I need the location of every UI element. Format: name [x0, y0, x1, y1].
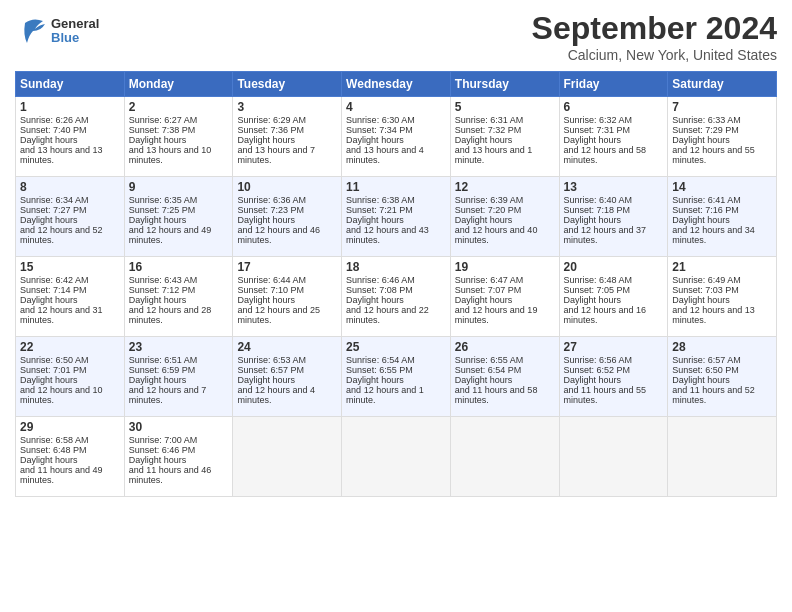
- daylight-label: Daylight hours: [346, 295, 404, 305]
- empty-cell: [233, 417, 342, 497]
- day-cell: 23 Sunrise: 6:51 AM Sunset: 6:59 PM Dayl…: [124, 337, 233, 417]
- sunrise-label: Sunrise: 6:43 AM: [129, 275, 198, 285]
- sunrise-label: Sunrise: 7:00 AM: [129, 435, 198, 445]
- daylight-value: and 11 hours and 55 minutes.: [564, 385, 647, 405]
- day-number: 26: [455, 340, 555, 354]
- daylight-label: Daylight hours: [129, 135, 187, 145]
- sunrise-label: Sunrise: 6:50 AM: [20, 355, 89, 365]
- daylight-label: Daylight hours: [455, 295, 513, 305]
- day-cell: 7 Sunrise: 6:33 AM Sunset: 7:29 PM Dayli…: [668, 97, 777, 177]
- sunset-label: Sunset: 7:36 PM: [237, 125, 304, 135]
- sunrise-label: Sunrise: 6:32 AM: [564, 115, 633, 125]
- sunrise-label: Sunrise: 6:29 AM: [237, 115, 306, 125]
- day-cell: 24 Sunrise: 6:53 AM Sunset: 6:57 PM Dayl…: [233, 337, 342, 417]
- sunset-label: Sunset: 7:34 PM: [346, 125, 413, 135]
- sunrise-label: Sunrise: 6:55 AM: [455, 355, 524, 365]
- sunset-label: Sunset: 7:23 PM: [237, 205, 304, 215]
- day-number: 14: [672, 180, 772, 194]
- page-container: General Blue September 2024 Calcium, New…: [0, 0, 792, 502]
- empty-cell: [342, 417, 451, 497]
- day-cell: 27 Sunrise: 6:56 AM Sunset: 6:52 PM Dayl…: [559, 337, 668, 417]
- day-number: 1: [20, 100, 120, 114]
- sunset-label: Sunset: 6:46 PM: [129, 445, 196, 455]
- day-number: 11: [346, 180, 446, 194]
- daylight-label: Daylight hours: [237, 135, 295, 145]
- daylight-value: and 12 hours and 4 minutes.: [237, 385, 315, 405]
- sunset-label: Sunset: 6:48 PM: [20, 445, 87, 455]
- day-number: 17: [237, 260, 337, 274]
- day-cell: 3 Sunrise: 6:29 AM Sunset: 7:36 PM Dayli…: [233, 97, 342, 177]
- day-cell: 15 Sunrise: 6:42 AM Sunset: 7:14 PM Dayl…: [16, 257, 125, 337]
- daylight-value: and 12 hours and 13 minutes.: [672, 305, 755, 325]
- calendar-table: Sunday Monday Tuesday Wednesday Thursday…: [15, 71, 777, 497]
- daylight-label: Daylight hours: [346, 215, 404, 225]
- sunset-label: Sunset: 7:40 PM: [20, 125, 87, 135]
- day-number: 3: [237, 100, 337, 114]
- daylight-label: Daylight hours: [455, 375, 513, 385]
- day-cell: 5 Sunrise: 6:31 AM Sunset: 7:32 PM Dayli…: [450, 97, 559, 177]
- sunrise-label: Sunrise: 6:48 AM: [564, 275, 633, 285]
- sunset-label: Sunset: 7:07 PM: [455, 285, 522, 295]
- sunset-label: Sunset: 7:20 PM: [455, 205, 522, 215]
- day-cell: 10 Sunrise: 6:36 AM Sunset: 7:23 PM Dayl…: [233, 177, 342, 257]
- title-area: September 2024 Calcium, New York, United…: [532, 10, 777, 63]
- day-cell: 4 Sunrise: 6:30 AM Sunset: 7:34 PM Dayli…: [342, 97, 451, 177]
- daylight-value: and 13 hours and 4 minutes.: [346, 145, 424, 165]
- day-cell: 28 Sunrise: 6:57 AM Sunset: 6:50 PM Dayl…: [668, 337, 777, 417]
- sunset-label: Sunset: 7:01 PM: [20, 365, 87, 375]
- sunset-label: Sunset: 7:29 PM: [672, 125, 739, 135]
- sunrise-label: Sunrise: 6:26 AM: [20, 115, 89, 125]
- day-number: 20: [564, 260, 664, 274]
- table-row: 15 Sunrise: 6:42 AM Sunset: 7:14 PM Dayl…: [16, 257, 777, 337]
- sunrise-label: Sunrise: 6:41 AM: [672, 195, 741, 205]
- day-cell: 8 Sunrise: 6:34 AM Sunset: 7:27 PM Dayli…: [16, 177, 125, 257]
- day-number: 21: [672, 260, 772, 274]
- day-number: 16: [129, 260, 229, 274]
- daylight-label: Daylight hours: [237, 215, 295, 225]
- day-number: 23: [129, 340, 229, 354]
- sunrise-label: Sunrise: 6:36 AM: [237, 195, 306, 205]
- day-number: 27: [564, 340, 664, 354]
- daylight-value: and 12 hours and 19 minutes.: [455, 305, 538, 325]
- daylight-label: Daylight hours: [20, 295, 78, 305]
- daylight-label: Daylight hours: [672, 135, 730, 145]
- day-cell: 18 Sunrise: 6:46 AM Sunset: 7:08 PM Dayl…: [342, 257, 451, 337]
- daylight-value: and 12 hours and 40 minutes.: [455, 225, 538, 245]
- daylight-value: and 12 hours and 37 minutes.: [564, 225, 647, 245]
- sunset-label: Sunset: 6:57 PM: [237, 365, 304, 375]
- header: General Blue September 2024 Calcium, New…: [15, 10, 777, 63]
- daylight-value: and 11 hours and 58 minutes.: [455, 385, 538, 405]
- daylight-value: and 12 hours and 43 minutes.: [346, 225, 429, 245]
- day-number: 30: [129, 420, 229, 434]
- daylight-value: and 12 hours and 58 minutes.: [564, 145, 647, 165]
- sunset-label: Sunset: 7:10 PM: [237, 285, 304, 295]
- table-row: 29 Sunrise: 6:58 AM Sunset: 6:48 PM Dayl…: [16, 417, 777, 497]
- daylight-value: and 12 hours and 25 minutes.: [237, 305, 320, 325]
- calendar-body: 1 Sunrise: 6:26 AM Sunset: 7:40 PM Dayli…: [16, 97, 777, 497]
- sunrise-label: Sunrise: 6:40 AM: [564, 195, 633, 205]
- sunrise-label: Sunrise: 6:35 AM: [129, 195, 198, 205]
- sunset-label: Sunset: 7:14 PM: [20, 285, 87, 295]
- sunset-label: Sunset: 6:55 PM: [346, 365, 413, 375]
- sunset-label: Sunset: 7:27 PM: [20, 205, 87, 215]
- sunset-label: Sunset: 7:21 PM: [346, 205, 413, 215]
- day-cell: 26 Sunrise: 6:55 AM Sunset: 6:54 PM Dayl…: [450, 337, 559, 417]
- daylight-label: Daylight hours: [346, 375, 404, 385]
- day-cell: 12 Sunrise: 6:39 AM Sunset: 7:20 PM Dayl…: [450, 177, 559, 257]
- daylight-value: and 12 hours and 10 minutes.: [20, 385, 103, 405]
- day-number: 8: [20, 180, 120, 194]
- day-cell: 22 Sunrise: 6:50 AM Sunset: 7:01 PM Dayl…: [16, 337, 125, 417]
- sunset-label: Sunset: 7:16 PM: [672, 205, 739, 215]
- day-number: 9: [129, 180, 229, 194]
- daylight-label: Daylight hours: [455, 215, 513, 225]
- sunrise-label: Sunrise: 6:27 AM: [129, 115, 198, 125]
- daylight-value: and 12 hours and 52 minutes.: [20, 225, 103, 245]
- sunrise-label: Sunrise: 6:56 AM: [564, 355, 633, 365]
- table-row: 1 Sunrise: 6:26 AM Sunset: 7:40 PM Dayli…: [16, 97, 777, 177]
- day-number: 10: [237, 180, 337, 194]
- day-cell: 17 Sunrise: 6:44 AM Sunset: 7:10 PM Dayl…: [233, 257, 342, 337]
- sunset-label: Sunset: 6:50 PM: [672, 365, 739, 375]
- sunrise-label: Sunrise: 6:49 AM: [672, 275, 741, 285]
- sunrise-label: Sunrise: 6:39 AM: [455, 195, 524, 205]
- daylight-label: Daylight hours: [20, 375, 78, 385]
